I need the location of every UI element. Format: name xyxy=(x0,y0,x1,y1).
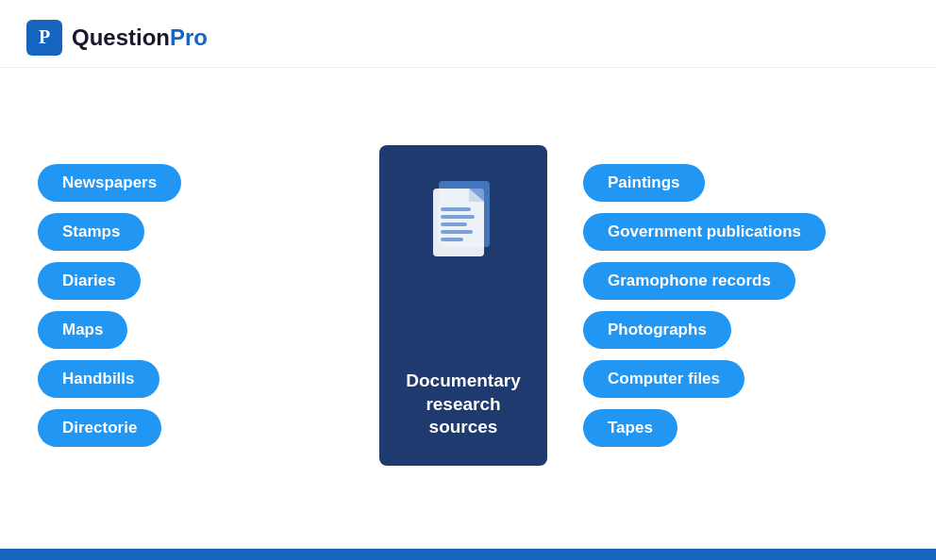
main-content: Newspapers Stamps Diaries Maps Handbills… xyxy=(0,68,936,549)
svg-rect-6 xyxy=(441,222,467,226)
pill-gramophone-records: Gramophone records xyxy=(583,262,795,300)
center-card-title: Documentary research sources xyxy=(393,370,534,439)
document-icon xyxy=(426,173,501,277)
pill-handbills: Handbills xyxy=(38,360,159,398)
center-card: Documentary research sources xyxy=(379,145,547,466)
svg-rect-4 xyxy=(441,207,471,211)
left-column: Newspapers Stamps Diaries Maps Handbills… xyxy=(28,164,362,447)
pill-diaries: Diaries xyxy=(38,262,141,300)
logo-question: Question xyxy=(72,25,170,50)
svg-rect-5 xyxy=(441,215,475,219)
pill-stamps: Stamps xyxy=(38,213,144,251)
pill-tapes: Tapes xyxy=(583,409,677,447)
pill-maps: Maps xyxy=(38,311,127,349)
right-column: Paintings Government publications Gramop… xyxy=(564,164,908,447)
svg-rect-7 xyxy=(441,230,473,234)
pill-computer-files: Computer files xyxy=(583,360,744,398)
pill-photographs: Photographs xyxy=(583,311,731,349)
header: P QuestionPro xyxy=(0,0,936,68)
pill-paintings: Paintings xyxy=(583,164,705,202)
pill-directorie: Directorie xyxy=(38,409,161,447)
svg-rect-8 xyxy=(441,238,463,241)
logo-letter: P xyxy=(39,26,50,48)
pill-government-publications: Government publications xyxy=(583,213,826,251)
logo-icon-box: P xyxy=(26,20,62,56)
logo-text: QuestionPro xyxy=(72,25,208,51)
bottom-bar xyxy=(0,549,936,560)
pill-newspapers: Newspapers xyxy=(38,164,181,202)
logo-pro: Pro xyxy=(170,25,208,50)
